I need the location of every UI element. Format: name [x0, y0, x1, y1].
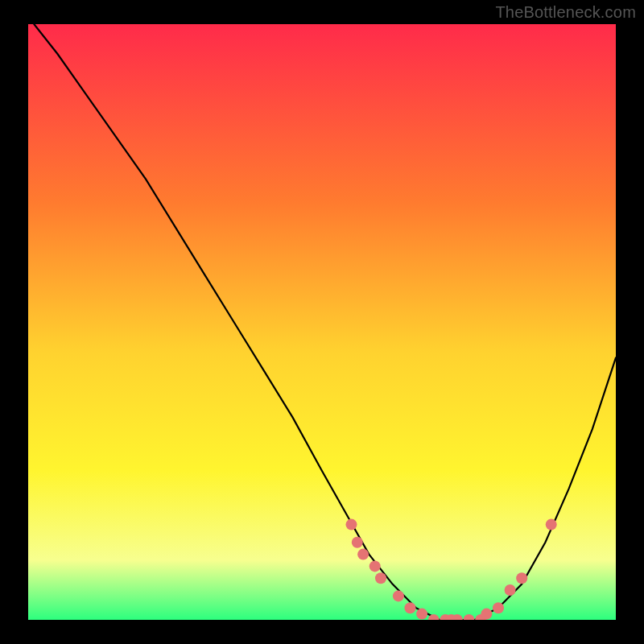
data-marker	[393, 590, 404, 601]
data-marker	[516, 572, 527, 584]
data-marker	[405, 602, 416, 613]
plot-area	[28, 24, 616, 620]
chart-svg	[28, 24, 616, 620]
gradient-background	[28, 24, 616, 620]
data-marker	[375, 572, 386, 584]
data-marker	[352, 537, 363, 548]
data-marker	[505, 584, 516, 596]
data-marker	[369, 560, 381, 572]
data-marker	[416, 609, 427, 620]
watermark-text: TheBottleneck.com	[495, 3, 636, 22]
data-marker	[346, 519, 357, 530]
data-marker	[481, 609, 492, 620]
data-marker	[493, 602, 504, 613]
data-marker	[357, 549, 369, 560]
chart-frame: TheBottleneck.com	[0, 0, 644, 644]
data-marker	[546, 519, 557, 530]
